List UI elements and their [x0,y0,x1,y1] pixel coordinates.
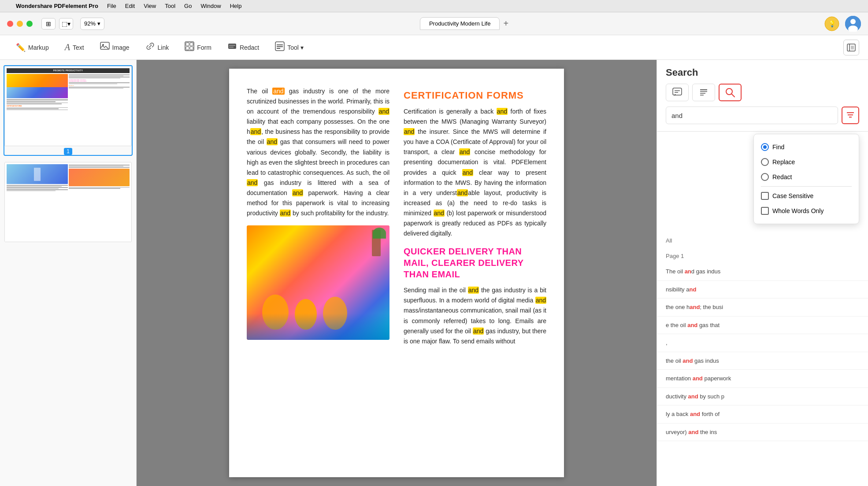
text-tool[interactable]: A Text [58,39,91,56]
svg-text:💡: 💡 [828,20,836,28]
redact-tool[interactable]: Redact [220,38,266,57]
svg-rect-7 [185,42,194,51]
thumbnail-image-2 [4,162,132,242]
tab-bar: Productivity Modern Life + [110,17,819,30]
highlight-and-13: and [434,210,445,217]
svg-rect-8 [186,43,189,46]
result-item-4[interactable]: e the oil and gas that [657,317,868,335]
menu-help[interactable]: Help [230,3,242,9]
grid-view-button[interactable]: ⊞ [41,18,56,29]
replace-option[interactable]: Replace [761,155,852,169]
highlight-and-1: and [272,88,284,95]
redact-label: Redact [240,44,259,51]
app-name: Wondershare PDFelement Pro [16,3,98,9]
find-radio[interactable] [761,143,769,151]
result-highlight-7: and [693,375,703,382]
result-item-8[interactable]: ductivity and by such p [657,388,868,406]
document-page: The oil and gas industry is one of the m… [229,69,564,477]
filter-button[interactable] [842,107,859,124]
markup-icon: ✏️ [16,43,26,52]
result-item-9[interactable]: ly a back and forth of [657,405,868,423]
doc-paragraph-3: Sending mail in the oil and the gas indu… [404,285,546,346]
highlight-and-11: and [462,169,473,176]
find-option[interactable]: Find [761,140,852,155]
result-item-5[interactable]: , [657,334,868,352]
highlight-and-3: and [250,128,261,135]
result-item-6[interactable]: the oil and gas indus [657,352,868,370]
page-thumbnail-2[interactable] [4,161,133,243]
tool-icon [275,41,285,53]
link-label: Link [158,44,169,51]
result-item-1[interactable]: The oil and gas indus [657,263,868,281]
svg-rect-16 [277,44,283,45]
tool-dropdown[interactable]: Tool ▾ [268,38,311,57]
bookmark-tab[interactable] [692,84,715,101]
case-sensitive-checkbox[interactable] [761,192,769,200]
result-highlight-6: and [683,357,693,364]
traffic-lights [7,21,33,27]
form-tool[interactable]: Form [178,38,219,57]
highlight-and-4: and [267,138,278,145]
link-tool[interactable]: Link [138,38,176,57]
quicker-delivery-heading: QUICKER DELIVERY THAN MAIL, CLEARER DELI… [404,246,546,280]
sidebar-toggle-button[interactable] [843,40,859,55]
view-switcher: ⊞ ⬚▾ [41,18,73,29]
tool-label: Tool ▾ [287,44,304,51]
highlight-and-8: and [497,108,508,115]
thumbnail-image-1: PROMOTE PRODUCTIVITY [4,66,132,146]
redact-radio[interactable] [761,173,769,181]
highlight-and-16: and [473,328,484,335]
menu-view[interactable]: View [144,3,156,9]
toolbar: ✏️ Markup A Text Image Link [0,35,868,60]
replace-radio[interactable] [761,158,769,166]
search-input[interactable] [666,107,838,124]
redact-icon [227,41,237,53]
result-item-10[interactable]: urveyor) and the ins [657,423,868,442]
result-item-3[interactable]: the one hand; the busi [657,298,868,317]
result-item-7[interactable]: mentation and paperwork [657,370,868,388]
menu-window[interactable]: Window [200,3,221,9]
link-icon [145,41,155,53]
case-sensitive-option[interactable]: Case Sensitive [761,188,852,203]
find-label: Find [772,144,784,151]
menu-edit[interactable]: Edit [125,3,135,9]
page-number-1: 1 [64,148,72,155]
highlight-and-2: and [378,108,389,115]
zoom-control[interactable]: 92% ▾ [80,18,104,30]
document-area[interactable]: The oil and gas industry is one of the m… [137,60,657,486]
highlight-and-7: and [280,210,291,217]
search-tab-active[interactable] [719,84,742,101]
image-label: Image [112,44,130,51]
zoom-chevron-icon: ▾ [97,20,100,27]
highlight-and-5: and [247,179,258,186]
result-all-section: All [657,234,868,247]
tips-icon[interactable]: 💡 [824,16,840,32]
result-highlight-4: and [687,322,697,328]
whole-words-checkbox[interactable] [761,207,769,215]
menu-tool[interactable]: Tool [165,3,175,9]
result-item-2[interactable]: nsibility and [657,281,868,299]
menu-file[interactable]: File [107,3,116,9]
search-results: All Page 1 The oil and gas indus nsibili… [657,228,868,486]
search-title: Search [666,67,859,78]
maximize-button[interactable] [26,21,33,27]
comment-tab[interactable] [666,84,689,101]
search-input-row [666,107,859,124]
close-button[interactable] [7,21,13,27]
user-avatar[interactable] [845,16,861,32]
document-right-column: CERTIFICATION FORMS Certification is gen… [404,86,546,353]
markup-tool[interactable]: ✏️ Markup [9,39,56,56]
whole-words-option[interactable]: Whole Words Only [761,203,852,218]
svg-rect-12 [228,44,236,49]
minimize-button[interactable] [17,21,23,27]
redact-option[interactable]: Redact [761,169,852,184]
image-icon [100,41,110,53]
new-tab-button[interactable]: + [503,18,508,29]
menu-go[interactable]: Go [184,3,192,9]
panel-view-button[interactable]: ⬚▾ [59,18,73,29]
page-thumbnail-1[interactable]: PROMOTE PRODUCTIVITY [4,65,133,156]
document-tab[interactable]: Productivity Modern Life [420,17,500,30]
search-dropdown: Find Replace Redact Case Sensitive Whole… [753,134,859,224]
image-tool[interactable]: Image [93,38,137,57]
svg-rect-13 [229,45,235,46]
